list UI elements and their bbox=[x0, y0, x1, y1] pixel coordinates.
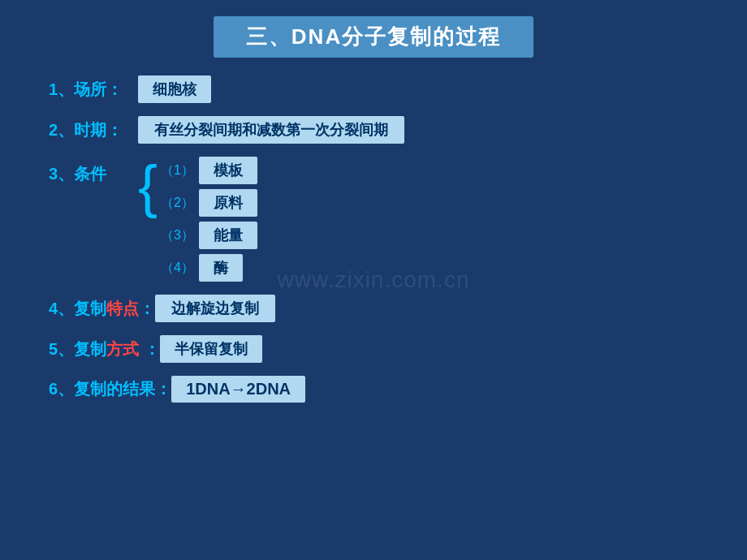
result-tag: 1DNA→2DNA bbox=[171, 376, 305, 403]
feature-label-suffix: ： bbox=[139, 299, 155, 317]
result-row: 6、复制的结果： 1DNA→2DNA bbox=[49, 376, 715, 403]
brace-container: { （1） 模板 （2） 原料 （3） 能量 （4） bbox=[138, 157, 257, 282]
brace-icon: { bbox=[138, 157, 158, 215]
feature-label: 4、复制特点： bbox=[49, 298, 155, 320]
condition-tag-1: 模板 bbox=[199, 157, 257, 184]
content-area: 1、场所： 细胞核 2、时期： 有丝分裂间期和减数第一次分裂间期 3、条件 { … bbox=[32, 75, 715, 403]
method-label-plain: 5、复制 bbox=[49, 340, 106, 358]
method-label: 5、复制方式 ： bbox=[49, 338, 160, 360]
title-box: 三、DNA分子复制的过程 bbox=[214, 16, 533, 58]
condition-item-4: （4） 酶 bbox=[161, 254, 257, 282]
feature-label-plain: 4、复制 bbox=[49, 299, 106, 317]
slide: www.zixin.com.cn 三、DNA分子复制的过程 1、场所： 细胞核 … bbox=[0, 0, 747, 560]
location-tag: 细胞核 bbox=[138, 75, 211, 103]
condition-item-1: （1） 模板 bbox=[161, 157, 257, 184]
condition-tag-2: 原料 bbox=[199, 189, 257, 217]
location-label: 1、场所： bbox=[49, 79, 138, 101]
period-label: 2、时期： bbox=[49, 119, 138, 141]
method-row: 5、复制方式 ： 半保留复制 bbox=[49, 335, 715, 363]
condition-num-4: （4） bbox=[161, 260, 194, 277]
feature-tag: 边解旋边复制 bbox=[155, 295, 275, 322]
conditions-row: 3、条件 { （1） 模板 （2） 原料 （3） 能量 bbox=[49, 157, 715, 282]
condition-num-3: （3） bbox=[161, 227, 194, 244]
period-tag: 有丝分裂间期和减数第一次分裂间期 bbox=[138, 116, 404, 144]
method-tag: 半保留复制 bbox=[160, 335, 262, 363]
condition-num-1: （1） bbox=[161, 162, 194, 179]
method-label-suffix: ： bbox=[139, 340, 160, 358]
condition-num-2: （2） bbox=[161, 195, 194, 212]
conditions-label: 3、条件 bbox=[49, 157, 138, 185]
page-title: 三、DNA分子复制的过程 bbox=[246, 24, 501, 49]
condition-item-2: （2） 原料 bbox=[161, 189, 257, 217]
method-label-highlight: 方式 bbox=[106, 340, 139, 358]
conditions-list: （1） 模板 （2） 原料 （3） 能量 （4） 酶 bbox=[161, 157, 257, 282]
condition-tag-3: 能量 bbox=[199, 222, 257, 249]
location-row: 1、场所： 细胞核 bbox=[49, 75, 715, 103]
title-container: 三、DNA分子复制的过程 bbox=[32, 16, 715, 58]
condition-tag-4: 酶 bbox=[199, 254, 243, 282]
feature-label-highlight: 特点 bbox=[106, 299, 139, 317]
feature-row: 4、复制特点： 边解旋边复制 bbox=[49, 295, 715, 322]
condition-item-3: （3） 能量 bbox=[161, 222, 257, 249]
result-label: 6、复制的结果： bbox=[49, 378, 171, 400]
period-row: 2、时期： 有丝分裂间期和减数第一次分裂间期 bbox=[49, 116, 715, 144]
